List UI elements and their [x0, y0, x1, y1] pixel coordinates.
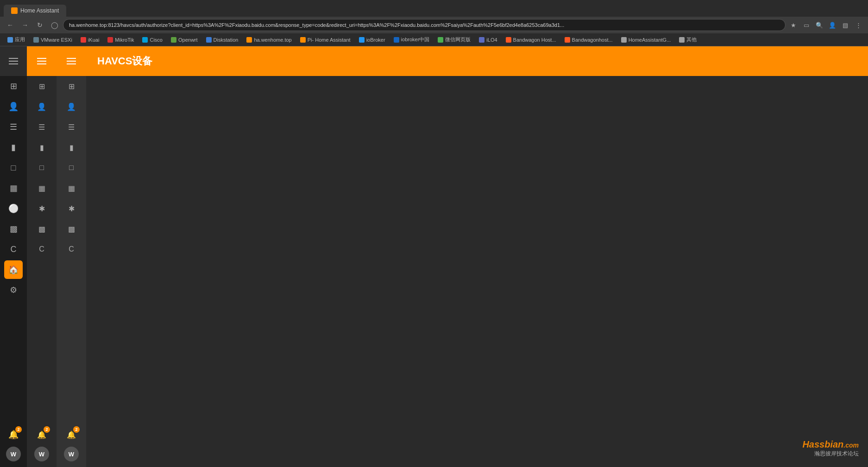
bookmark-item[interactable]: 应用 — [4, 35, 29, 44]
sidebar-3-notification[interactable]: 🔔 2 — [62, 425, 81, 444]
bookmarks-bar: 应用VMware ESXiiKuaiMikroTikCiscoOpenwrtDi… — [0, 33, 868, 46]
sidebar-3-menu-icon[interactable] — [62, 52, 81, 70]
bookmark-label: VMware ESXi — [41, 37, 72, 43]
sidebar-3-node[interactable]: □ — [62, 158, 81, 177]
sidebar-3-flower[interactable]: ✱ — [62, 199, 81, 218]
main-header: HAVCS设备 — [86, 46, 868, 76]
bookmark-item[interactable]: iKuai — [77, 36, 103, 44]
bookmark-favicon — [246, 37, 252, 43]
sidebar-2-overview[interactable]: ⊞ — [32, 77, 51, 95]
sidebar-1-menu-icon[interactable] — [4, 52, 23, 70]
address-bar[interactable] — [63, 19, 786, 31]
sidebar-2-chart[interactable]: ▮ — [32, 138, 51, 157]
sidebar-1-automation[interactable]: ▦ — [4, 179, 23, 197]
sidebar-1-topology[interactable]: □ — [4, 158, 23, 177]
sidebar-3-custom-c[interactable]: C — [62, 240, 81, 259]
bookmark-label: Diskstation — [214, 37, 239, 43]
sidebar-1-energy[interactable]: ▮ — [4, 138, 23, 157]
bookmark-label: iLO4 — [486, 37, 497, 43]
bookmark-label: MikroTik — [115, 37, 134, 43]
sidebar-level-1: ⊞ 👤 ☰ ▮ □ ▦ ⚪ ▩ C 🏠 ⚙ 🔔 2 W — [0, 46, 27, 467]
bookmark-item[interactable]: Pi- Home Assistant — [296, 36, 354, 44]
bookmark-item[interactable]: Bandwagon Host... — [502, 36, 560, 44]
bookmark-item[interactable]: MikroTik — [104, 36, 138, 44]
more-button[interactable]: ⋮ — [852, 19, 864, 31]
browser-toolbar: ← → ↻ ◯ ★ ▭ 🔍 👤 ▧ ⋮ — [0, 17, 868, 33]
sidebar-2-notification[interactable]: 🔔 2 — [32, 425, 51, 444]
sidebar-1-avatar[interactable]: W — [6, 447, 21, 461]
sidebar-1-bottom: 🔔 2 W — [4, 424, 23, 467]
sidebar-2-custom-c[interactable]: C — [32, 240, 51, 259]
sidebar-1-settings[interactable]: ⚪ — [4, 199, 23, 218]
sidebar-level-2: ⊞ 👤 ☰ ▮ □ ▦ ✱ ▩ C 🔔 2 W — [27, 46, 57, 467]
sidebar-3-list[interactable]: ☰ — [62, 118, 81, 136]
sidebar-3-indent[interactable]: ▩ — [62, 220, 81, 238]
bookmark-label: ha.wenhome.top — [254, 37, 291, 43]
sidebar-3-person[interactable]: 👤 — [62, 97, 81, 116]
sidebar-3-bottom: 🔔 2 W — [62, 424, 81, 467]
sidebar-2-node[interactable]: □ — [32, 158, 51, 177]
bookmark-item[interactable]: iLO4 — [475, 36, 501, 44]
hamburger-icon-3 — [67, 58, 76, 64]
bookmark-item[interactable]: ioBroker — [355, 36, 389, 44]
sidebar-3-overview[interactable]: ⊞ — [62, 77, 81, 95]
bookmark-favicon — [506, 37, 511, 43]
sidebar-3-scenes[interactable]: ▦ — [62, 179, 81, 197]
sidebar-1-gear[interactable]: ⚙ — [4, 281, 23, 299]
sidebar-3-avatar[interactable]: W — [64, 447, 79, 461]
watermark-brand: Hassbian.com — [802, 439, 859, 449]
cast-button[interactable]: ▭ — [800, 19, 812, 31]
sidebar-2-list[interactable]: ☰ — [32, 118, 51, 136]
bookmark-item[interactable]: 其他 — [675, 35, 700, 44]
bookmark-label: 微信网页版 — [445, 36, 471, 43]
bookmark-item[interactable]: 微信网页版 — [434, 35, 474, 44]
bookmark-label: iKuai — [88, 37, 99, 43]
bookmark-star-button[interactable]: ★ — [787, 19, 799, 31]
extension-button[interactable]: ▧ — [839, 19, 851, 31]
sidebar-2-flower[interactable]: ✱ — [32, 199, 51, 218]
bookmark-label: 其他 — [686, 36, 697, 43]
toolbar-icons: ★ ▭ 🔍 👤 ▧ ⋮ — [787, 19, 864, 31]
zoom-button[interactable]: 🔍 — [813, 19, 825, 31]
bookmark-label: Cisco — [150, 37, 163, 43]
sidebar-1-overview[interactable]: ⊞ — [4, 77, 23, 95]
sidebar-1-scenes[interactable]: ▩ — [4, 220, 23, 238]
notification-badge-3: 2 — [73, 426, 80, 433]
bookmark-favicon — [359, 37, 365, 43]
forward-button[interactable]: → — [19, 19, 31, 32]
sidebar-2-person[interactable]: 👤 — [32, 97, 51, 116]
sidebar-2-indent[interactable]: ▩ — [32, 220, 51, 238]
reload-button[interactable]: ↻ — [33, 19, 46, 32]
sidebar-2-scenes[interactable]: ▦ — [32, 179, 51, 197]
sidebar-1-home[interactable]: 🏠 — [4, 260, 23, 279]
hamburger-icon-2 — [37, 58, 46, 64]
sidebar-1-notification[interactable]: 🔔 2 — [4, 425, 23, 444]
bookmark-item[interactable]: ha.wenhome.top — [243, 36, 295, 44]
main-body — [86, 76, 868, 467]
bookmark-favicon — [621, 37, 627, 43]
bookmark-item[interactable]: iobroker中国 — [390, 35, 434, 44]
sidebar-level-3: ⊞ 👤 ☰ ▮ □ ▦ ✱ ▩ C 🔔 2 W — [57, 46, 86, 467]
sidebar-1-custom-c[interactable]: C — [4, 240, 23, 259]
sidebar-1-list[interactable]: ☰ — [4, 118, 23, 136]
bookmark-favicon — [479, 37, 484, 43]
sidebar-2-menu-icon[interactable] — [32, 52, 51, 70]
sidebar-3-chart[interactable]: ▮ — [62, 138, 81, 157]
profile-button[interactable]: 👤 — [826, 19, 838, 31]
bookmark-favicon — [171, 37, 176, 43]
bookmark-item[interactable]: Cisco — [138, 36, 166, 44]
sidebar-2-avatar[interactable]: W — [34, 447, 49, 461]
back-button[interactable]: ← — [4, 19, 17, 32]
sidebar-3-header — [57, 46, 86, 76]
bookmark-favicon — [438, 37, 443, 43]
sidebar-1-header — [0, 46, 27, 76]
bookmark-favicon — [394, 37, 399, 43]
bookmark-item[interactable]: Diskstation — [202, 36, 242, 44]
bookmark-item[interactable]: VMware ESXi — [30, 36, 76, 44]
bookmark-item[interactable]: Bandwagonhost... — [561, 36, 616, 44]
bookmark-item[interactable]: Openwrt — [167, 36, 201, 44]
home-button[interactable]: ◯ — [48, 19, 61, 32]
sidebar-1-person[interactable]: 👤 — [4, 97, 23, 116]
active-tab[interactable]: Home Assistant — [4, 5, 66, 17]
bookmark-item[interactable]: HomeAssistantG... — [617, 36, 675, 44]
